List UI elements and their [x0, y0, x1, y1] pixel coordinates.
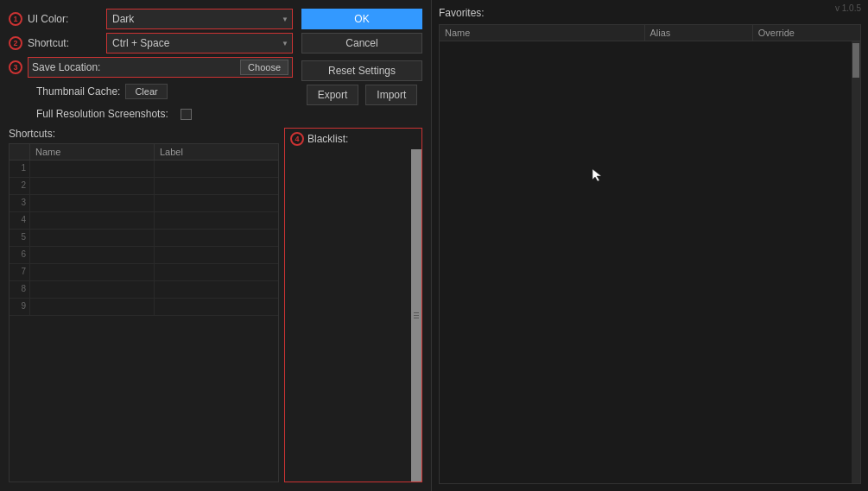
shortcuts-title: Shortcuts: — [9, 128, 279, 140]
shortcut-select[interactable]: Ctrl + Space Alt + Space None — [107, 34, 292, 53]
top-form-left: 1 UI Color: Dark Light System ▼ 2 Shortc — [9, 9, 293, 123]
full-resolution-row: Full Resolution Screenshots: — [9, 105, 293, 123]
badge-4: 4 — [290, 132, 304, 146]
table-row: 1 — [10, 161, 278, 178]
table-row: 7 — [10, 264, 278, 281]
favorites-scrollbar-thumb — [852, 43, 859, 78]
favorites-col-alias: Alias — [645, 25, 753, 41]
favorites-col-override: Override — [753, 25, 860, 41]
shortcuts-col-label: Label — [155, 144, 278, 160]
ui-color-select[interactable]: Dark Light System — [107, 9, 292, 28]
shortcuts-container: Shortcuts: Name Label 1 2 3 4 5 6 7 — [9, 128, 279, 482]
choose-button[interactable]: Choose — [240, 60, 288, 75]
table-row: 2 — [10, 178, 278, 195]
favorites-title: Favorites: — [439, 7, 861, 19]
main-container: 1 UI Color: Dark Light System ▼ 2 Shortc — [0, 0, 868, 491]
favorites-body[interactable] — [440, 41, 860, 483]
badge-3: 3 — [9, 60, 22, 74]
version-label: v 1.0.5 — [835, 3, 861, 13]
favorites-table: Name Alias Override — [439, 24, 861, 484]
shortcuts-col-name: Name — [30, 144, 155, 160]
save-location-field: Save Location: Choose — [28, 57, 293, 78]
reset-settings-button[interactable]: Reset Settings — [301, 60, 422, 81]
badge-1: 1 — [9, 12, 22, 26]
shortcuts-body: 1 2 3 4 5 6 7 8 9 — [10, 161, 278, 482]
table-row: 8 — [10, 281, 278, 299]
table-row: 4 — [10, 212, 278, 230]
save-location-label: Save Location: — [32, 61, 100, 73]
scrollbar-grip-icon — [414, 312, 419, 318]
clear-button[interactable]: Clear — [125, 84, 167, 99]
full-resolution-label: Full Resolution Screenshots: — [36, 108, 168, 120]
left-panel: 1 UI Color: Dark Light System ▼ 2 Shortc — [0, 0, 432, 491]
import-button[interactable]: Import — [365, 85, 417, 105]
shortcuts-header: Name Label — [10, 144, 278, 161]
lower-section: Shortcuts: Name Label 1 2 3 4 5 6 7 — [9, 128, 422, 482]
blacklist-scrollbar[interactable] — [411, 149, 421, 482]
blacklist-title: Blacklist: — [307, 133, 348, 145]
blacklist-body[interactable] — [285, 149, 421, 482]
table-row: 6 — [10, 247, 278, 264]
ui-color-label: UI Color: — [28, 13, 101, 25]
favorites-col-name: Name — [440, 25, 645, 41]
shortcuts-table: Name Label 1 2 3 4 5 6 7 8 9 — [9, 143, 279, 482]
table-row: 9 — [10, 299, 278, 316]
save-location-row: 3 Save Location: Choose — [9, 57, 293, 78]
thumbnail-cache-label: Thumbnail Cache: — [36, 85, 120, 98]
full-resolution-checkbox[interactable] — [181, 109, 192, 120]
shortcut-select-wrapper[interactable]: Ctrl + Space Alt + Space None ▼ — [106, 33, 293, 54]
shortcut-label: Shortcut: — [28, 37, 101, 49]
thumbnail-cache-row: Thumbnail Cache: Clear — [9, 81, 293, 102]
table-row: 5 — [10, 230, 278, 247]
favorites-scrollbar[interactable] — [852, 41, 860, 483]
ok-button[interactable]: OK — [301, 9, 422, 29]
blacklist-container: 4 Blacklist: — [284, 128, 422, 482]
favorites-header: Name Alias Override — [440, 25, 860, 41]
cancel-button[interactable]: Cancel — [301, 33, 422, 54]
table-row: 3 — [10, 195, 278, 212]
ui-color-select-wrapper[interactable]: Dark Light System ▼ — [106, 9, 293, 29]
top-form-right: OK Cancel Reset Settings Export Import — [301, 9, 422, 123]
shortcut-row: 2 Shortcut: Ctrl + Space Alt + Space Non… — [9, 33, 293, 54]
right-panel: v 1.0.5 Favorites: Name Alias Override — [432, 0, 868, 491]
export-button[interactable]: Export — [307, 85, 359, 105]
badge-2: 2 — [9, 36, 22, 50]
ui-color-row: 1 UI Color: Dark Light System ▼ — [9, 9, 293, 29]
top-form: 1 UI Color: Dark Light System ▼ 2 Shortc — [9, 9, 422, 123]
